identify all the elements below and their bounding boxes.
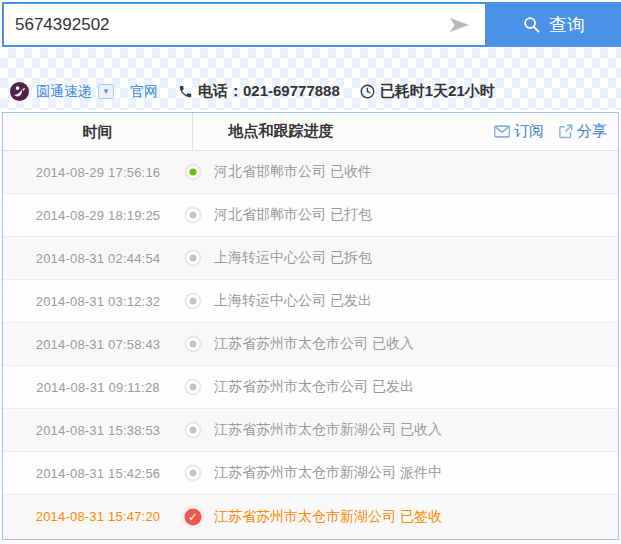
tracking-rows: 2014-08-29 17:56:16 河北省邯郸市公司 已收件 2014-08…: [3, 151, 618, 538]
row-status: 上海转运中心公司 已发出: [214, 292, 372, 310]
row-time: 2014-08-31 15:42:56: [3, 466, 193, 481]
row-status: 河北省邯郸市公司 已收件: [214, 163, 372, 181]
official-site-link[interactable]: 官网: [130, 83, 158, 101]
timeline-dot: [185, 422, 202, 439]
send-icon[interactable]: [447, 13, 471, 37]
header-progress: 地点和跟踪进度: [194, 122, 368, 141]
table-row: 2014-08-31 15:42:56 江苏省苏州市太仓市新湖公司 派件中: [3, 452, 618, 495]
chevron-down-icon[interactable]: ▼: [98, 84, 114, 99]
row-time: 2014-08-29 18:19:25: [3, 208, 193, 223]
table-row: 2014-08-31 09:11:28 江苏省苏州市太仓市公司 已发出: [3, 366, 618, 409]
clock-icon: [360, 84, 375, 99]
share-label: 分享: [577, 122, 607, 141]
timeline-dot: [185, 379, 202, 396]
table-row: 2014-08-31 03:12:32 上海转运中心公司 已发出: [3, 280, 618, 323]
table-row: 2014-08-31 15:47:20 江苏省苏州市太仓市新湖公司 已签收: [3, 495, 618, 538]
row-status: 上海转运中心公司 已拆包: [214, 249, 372, 267]
row-time: 2014-08-31 03:12:32: [3, 294, 193, 309]
timeline-dot: [185, 336, 202, 353]
row-status: 江苏省苏州市太仓市新湖公司 已收入: [214, 421, 442, 439]
phone-info: 电话：021-69777888: [178, 82, 340, 101]
search-button-label: 查询: [549, 13, 585, 37]
timeline-dot: [185, 465, 202, 482]
search-icon: [523, 16, 540, 33]
row-time: 2014-08-31 07:58:43: [3, 337, 193, 352]
row-status: 江苏省苏州市太仓市新湖公司 派件中: [214, 464, 442, 482]
subscribe-label: 订阅: [514, 122, 544, 141]
timeline-dot: [185, 164, 202, 181]
tracking-number-input[interactable]: [4, 4, 447, 45]
elapsed-time-info: 已耗时1天21小时: [360, 82, 495, 101]
subscribe-link[interactable]: 订阅: [494, 122, 544, 141]
dotted-pattern-band: 圆通速递 ▼ 官网 电话：021-69777888 已耗时1天21小时: [0, 48, 621, 110]
row-time: 2014-08-31 15:47:20: [3, 509, 193, 524]
table-row: 2014-08-29 17:56:16 河北省邯郸市公司 已收件: [3, 151, 618, 194]
row-status: 江苏省苏州市太仓市公司 已收入: [214, 335, 414, 353]
row-status: 河北省邯郸市公司 已打包: [214, 206, 372, 224]
timeline-dot: [182, 505, 205, 528]
tracking-number-field-wrap: [2, 2, 487, 47]
row-time: 2014-08-31 09:11:28: [3, 380, 193, 395]
search-button[interactable]: 查询: [487, 2, 621, 47]
elapsed-text: 已耗时1天21小时: [380, 82, 495, 101]
timeline-dot: [185, 293, 202, 310]
phone-text: 电话：021-69777888: [198, 82, 340, 101]
table-row: 2014-08-29 18:19:25 河北省邯郸市公司 已打包: [3, 194, 618, 237]
table-row: 2014-08-31 07:58:43 江苏省苏州市太仓市公司 已收入: [3, 323, 618, 366]
timeline-dot: [185, 207, 202, 224]
yto-express-logo: [10, 82, 29, 101]
row-status: 江苏省苏州市太仓市新湖公司 已签收: [214, 508, 442, 526]
tracking-search-bar: 查询: [0, 0, 621, 47]
row-status: 江苏省苏州市太仓市公司 已发出: [214, 378, 414, 396]
timeline-dot: [185, 250, 202, 267]
table-row: 2014-08-31 02:44:54 上海转运中心公司 已拆包: [3, 237, 618, 280]
table-header: 时间 地点和跟踪进度 订阅 分享: [3, 113, 618, 151]
table-row: 2014-08-31 15:38:53 江苏省苏州市太仓市新湖公司 已收入: [3, 409, 618, 452]
courier-name-link[interactable]: 圆通速递: [36, 83, 92, 101]
row-time: 2014-08-29 17:56:16: [3, 165, 193, 180]
share-link[interactable]: 分享: [558, 122, 607, 141]
phone-icon: [178, 84, 193, 99]
header-links: 订阅 分享: [494, 122, 607, 141]
envelope-icon: [494, 125, 510, 138]
row-time: 2014-08-31 02:44:54: [3, 251, 193, 266]
header-time: 时间: [3, 113, 193, 150]
tracking-table: 时间 地点和跟踪进度 订阅 分享 2014-08-29: [2, 112, 619, 540]
row-time: 2014-08-31 15:38:53: [3, 423, 193, 438]
courier-info-row: 圆通速递 ▼ 官网 电话：021-69777888 已耗时1天21小时: [0, 76, 621, 110]
share-icon: [558, 124, 573, 139]
